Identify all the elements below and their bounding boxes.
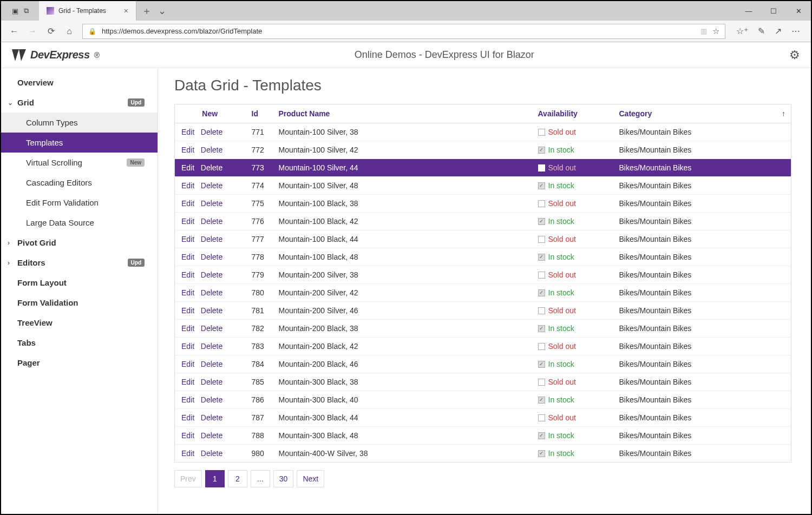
table-row[interactable]: Edit Delete787Mountain-300 Black, 44Sold… (175, 409, 791, 427)
table-row[interactable]: Edit Delete773Mountain-100 Silver, 44Sol… (175, 159, 791, 177)
table-row[interactable]: Edit Delete772Mountain-100 Silver, 42✓In… (175, 141, 791, 159)
sidebar-item-large-data-source[interactable]: Large Data Source (1, 213, 158, 233)
table-row[interactable]: Edit Delete776Mountain-100 Black, 42✓In … (175, 213, 791, 230)
table-row[interactable]: Edit Delete980Mountain-400-W Silver, 38✓… (175, 445, 791, 463)
sidebar-item-virtual-scrolling[interactable]: Virtual Scrolling New (1, 153, 158, 173)
edit-button[interactable]: Edit (181, 199, 194, 208)
table-row[interactable]: Edit Delete780Mountain-200 Silver, 42✓In… (175, 284, 791, 302)
delete-button[interactable]: Delete (201, 324, 222, 333)
delete-button[interactable]: Delete (201, 395, 222, 404)
sidebar-group-pivot-grid[interactable]: › Pivot Grid (1, 233, 158, 253)
table-row[interactable]: Edit Delete777Mountain-100 Black, 44Sold… (175, 230, 791, 248)
delete-button[interactable]: Delete (201, 306, 222, 315)
new-button[interactable]: New (181, 109, 239, 118)
pager-page-1[interactable]: 1 (205, 470, 225, 487)
delete-button[interactable]: Delete (201, 270, 222, 279)
col-header-id[interactable]: Id (245, 104, 272, 123)
nav-refresh-button[interactable]: ⟳ (45, 26, 56, 36)
browser-tab-active[interactable]: Grid - Templates × (39, 1, 136, 21)
delete-button[interactable]: Delete (201, 199, 222, 208)
more-icon[interactable]: ⋯ (791, 26, 800, 36)
reading-view-icon[interactable]: ▥ (700, 27, 707, 35)
delete-button[interactable]: Delete (201, 342, 222, 351)
edit-button[interactable]: Edit (181, 306, 194, 315)
table-row[interactable]: Edit Delete778Mountain-100 Black, 48✓In … (175, 248, 791, 266)
favorite-star-icon[interactable]: ☆ (712, 27, 719, 36)
sidebar-item-column-types[interactable]: Column Types (1, 113, 158, 133)
edit-button[interactable]: Edit (181, 395, 194, 404)
nav-home-button[interactable]: ⌂ (64, 27, 75, 36)
delete-button[interactable]: Delete (201, 128, 222, 136)
window-stack-icon[interactable]: ▣ (12, 7, 18, 15)
col-header-product[interactable]: Product Name (272, 104, 532, 123)
table-row[interactable]: Edit Delete771Mountain-100 Silver, 38Sol… (175, 123, 791, 141)
table-row[interactable]: Edit Delete784Mountain-200 Black, 46✓In … (175, 355, 791, 373)
table-row[interactable]: Edit Delete782Mountain-200 Black, 38✓In … (175, 320, 791, 338)
edit-button[interactable]: Edit (181, 378, 194, 386)
delete-button[interactable]: Delete (201, 235, 222, 243)
window-maximize-button[interactable]: ☐ (761, 1, 786, 21)
delete-button[interactable]: Delete (201, 253, 222, 261)
sidebar-group-grid[interactable]: ⌄ Grid Upd (1, 93, 158, 113)
table-row[interactable]: Edit Delete775Mountain-100 Black, 38Sold… (175, 195, 791, 213)
delete-button[interactable]: Delete (201, 378, 222, 386)
table-row[interactable]: Edit Delete788Mountain-300 Black, 48✓In … (175, 427, 791, 445)
edit-button[interactable]: Edit (181, 431, 194, 440)
table-row[interactable]: Edit Delete779Mountain-200 Silver, 38Sol… (175, 266, 791, 284)
table-row[interactable]: Edit Delete774Mountain-100 Silver, 48✓In… (175, 177, 791, 195)
sidebar-item-tabs[interactable]: Tabs (1, 333, 158, 353)
url-input[interactable] (102, 27, 695, 35)
edit-button[interactable]: Edit (181, 270, 194, 279)
pager-next[interactable]: Next (297, 470, 324, 487)
sidebar-item-form-validation[interactable]: Form Validation (1, 293, 158, 313)
favorites-icon[interactable]: ☆⁺ (736, 26, 748, 36)
edit-button[interactable]: Edit (181, 235, 194, 243)
sidebar-item-pager[interactable]: Pager (1, 353, 158, 373)
edit-button[interactable]: Edit (181, 288, 194, 297)
edit-button[interactable]: Edit (181, 449, 194, 458)
nav-forward-button[interactable]: → (27, 27, 38, 36)
sidebar-item-overview[interactable]: Overview (1, 72, 158, 93)
tab-dropdown-icon[interactable]: ⌄ (158, 5, 166, 17)
notes-icon[interactable]: ✎ (758, 26, 765, 36)
table-row[interactable]: Edit Delete785Mountain-300 Black, 38Sold… (175, 373, 791, 391)
table-row[interactable]: Edit Delete786Mountain-300 Black, 40✓In … (175, 391, 791, 409)
window-minimize-button[interactable]: — (736, 1, 761, 21)
edit-button[interactable]: Edit (181, 146, 194, 154)
delete-button[interactable]: Delete (201, 449, 222, 458)
col-header-availability[interactable]: Availability (532, 104, 613, 123)
edit-button[interactable]: Edit (181, 342, 194, 351)
edit-button[interactable]: Edit (181, 217, 194, 226)
window-newtab-icon[interactable]: ⧉ (24, 6, 29, 15)
sidebar-item-templates[interactable]: Templates (1, 133, 158, 153)
edit-button[interactable]: Edit (181, 253, 194, 261)
table-row[interactable]: Edit Delete783Mountain-200 Black, 42Sold… (175, 338, 791, 355)
sidebar-item-treeview[interactable]: TreeView (1, 313, 158, 333)
edit-button[interactable]: Edit (181, 413, 194, 422)
table-row[interactable]: Edit Delete781Mountain-200 Silver, 46Sol… (175, 302, 791, 320)
window-close-button[interactable]: ✕ (786, 1, 811, 21)
delete-button[interactable]: Delete (201, 146, 222, 154)
delete-button[interactable]: Delete (201, 413, 222, 422)
sidebar-item-edit-form-validation[interactable]: Edit Form Validation (1, 193, 158, 213)
new-tab-button[interactable]: ＋ (142, 4, 152, 17)
sidebar-item-cascading-editors[interactable]: Cascading Editors (1, 173, 158, 193)
edit-button[interactable]: Edit (181, 163, 194, 172)
nav-back-button[interactable]: ← (9, 27, 19, 36)
edit-button[interactable]: Edit (181, 324, 194, 333)
delete-button[interactable]: Delete (201, 181, 222, 190)
url-box[interactable]: 🔒 ▥ ☆ (82, 24, 725, 39)
edit-button[interactable]: Edit (181, 128, 194, 136)
edit-button[interactable]: Edit (181, 360, 194, 368)
col-header-category[interactable]: Category↑ (613, 104, 791, 123)
delete-button[interactable]: Delete (201, 163, 222, 172)
delete-button[interactable]: Delete (201, 288, 222, 297)
delete-button[interactable]: Delete (201, 217, 222, 226)
sidebar-item-form-layout[interactable]: Form Layout (1, 273, 158, 293)
edit-button[interactable]: Edit (181, 181, 194, 190)
delete-button[interactable]: Delete (201, 360, 222, 368)
pager-prev[interactable]: Prev (174, 470, 202, 487)
pager-page-last[interactable]: 30 (273, 470, 294, 487)
sidebar-group-editors[interactable]: › Editors Upd (1, 253, 158, 273)
share-icon[interactable]: ↗ (775, 26, 782, 36)
